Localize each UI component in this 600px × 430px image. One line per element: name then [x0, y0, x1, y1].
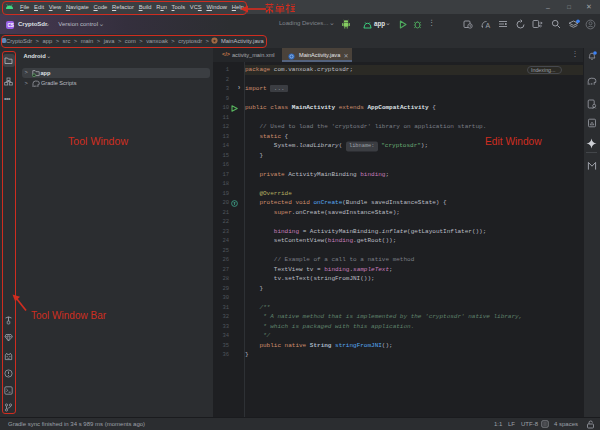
svg-text:A: A [486, 22, 491, 29]
